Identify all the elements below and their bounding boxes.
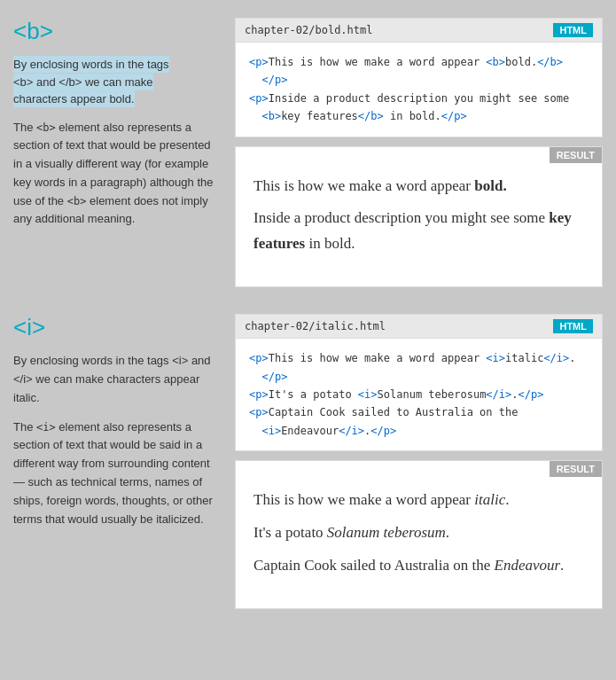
italic-html-badge: HTML xyxy=(553,319,593,333)
bold-title: <b> xyxy=(13,18,217,45)
bold-highlight-text: By enclosing words in the tags<b> and </… xyxy=(13,56,217,108)
bold-description: The <b> element also represents a sectio… xyxy=(13,119,217,230)
italic-intro-text: By enclosing words in the tags <i> and <… xyxy=(13,352,217,407)
italic-right-panel: chapter-02/italic.html HTML <p>This is h… xyxy=(235,314,603,609)
bold-section: <b> By enclosing words in the tags<b> an… xyxy=(13,18,603,287)
bold-right-panel: chapter-02/bold.html HTML <p>This is how… xyxy=(235,18,603,287)
bold-code-box: chapter-02/bold.html HTML <p>This is how… xyxy=(235,18,603,137)
italic-code-header: chapter-02/italic.html HTML xyxy=(236,315,602,339)
italic-title: <i> xyxy=(13,314,217,341)
bold-result-box: RESULT This is how we make a word appear… xyxy=(235,146,603,288)
bold-highlight-block: By enclosing words in the tags<b> and </… xyxy=(13,56,169,107)
italic-code-content: <p>This is how we make a word appear <i>… xyxy=(236,339,602,450)
italic-filename: chapter-02/italic.html xyxy=(245,320,386,332)
italic-section: <i> By enclosing words in the tags <i> a… xyxy=(13,314,603,609)
bold-left-panel: <b> By enclosing words in the tags<b> an… xyxy=(13,18,217,229)
bold-html-badge: HTML xyxy=(553,23,593,37)
italic-result-badge: RESULT xyxy=(550,461,602,477)
italic-code-box: chapter-02/italic.html HTML <p>This is h… xyxy=(235,314,603,451)
italic-result-text: This is how we make a word appear italic… xyxy=(253,488,584,579)
bold-code-content: <p>This is how we make a word appear <b>… xyxy=(236,43,602,137)
bold-code-header: chapter-02/bold.html HTML xyxy=(236,19,602,43)
bold-filename: chapter-02/bold.html xyxy=(245,24,373,36)
page-container: <b> By enclosing words in the tags<b> an… xyxy=(0,0,616,627)
bold-result-badge: RESULT xyxy=(550,147,602,163)
italic-result-box: RESULT This is how we make a word appear… xyxy=(235,460,603,609)
italic-left-panel: <i> By enclosing words in the tags <i> a… xyxy=(13,314,217,528)
bold-result-text: This is how we make a word appear bold. … xyxy=(253,174,584,258)
italic-description: The <i> element also represents a sectio… xyxy=(13,418,217,529)
